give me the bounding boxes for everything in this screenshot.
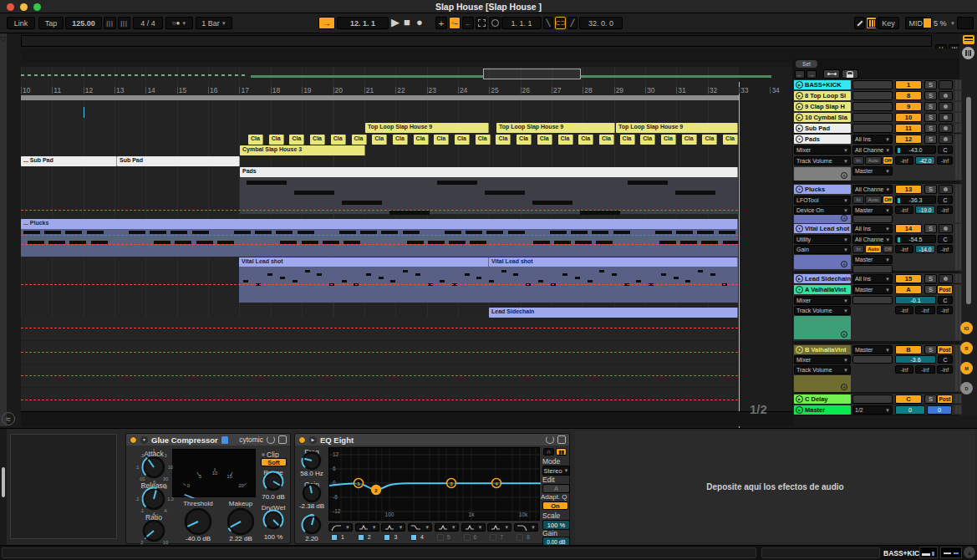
automation-mode-button[interactable]: Auto (865, 245, 882, 253)
send-value-box[interactable]: -14.0 (915, 245, 935, 253)
device-on-icon[interactable] (130, 436, 137, 444)
track-number-box[interactable]: 1 (895, 80, 922, 89)
automation-mode-button[interactable]: Off (883, 245, 893, 253)
send-value-box[interactable]: -inf (937, 365, 953, 374)
routing-select[interactable]: Master▼ (852, 345, 893, 354)
pan-value-box[interactable]: C (938, 235, 953, 243)
mixer-section-toggle-r[interactable]: R (960, 342, 973, 354)
routing-select[interactable]: 1/2▼ (852, 405, 893, 415)
eq-band-enable-checkbox[interactable] (516, 534, 523, 541)
track-number-box[interactable]: 13 (895, 185, 922, 194)
chevron-circle-icon[interactable]: ▼ (796, 286, 803, 293)
send-value-box[interactable]: -inf (895, 245, 913, 253)
mixer-track-name[interactable]: ▼Vital Lead shot (794, 224, 851, 233)
play-circle-icon[interactable]: ▶ (796, 275, 803, 283)
device-param-select[interactable]: Gain▼ (794, 245, 851, 254)
track-number-box[interactable]: C (895, 395, 922, 404)
chevron-circle-icon[interactable]: ▼ (796, 225, 803, 232)
chevron-circle-icon[interactable]: ▼ (796, 346, 803, 354)
post-toggle[interactable]: Post (937, 395, 953, 404)
play-circle-icon[interactable]: ▶ (796, 81, 803, 89)
mixer-track-name[interactable]: ▶Master (794, 405, 851, 415)
send-value-box[interactable]: -inf (937, 306, 953, 314)
routing-select[interactable]: Master▼ (852, 206, 893, 215)
mixer-track-name[interactable]: ▶Sub Pad (794, 124, 851, 133)
empty-routing-box[interactable] (852, 91, 893, 100)
send-value-box[interactable]: -42.0 (915, 156, 935, 165)
play-circle-icon[interactable]: ▶ (796, 395, 803, 403)
volume-value-box[interactable]: -54.5 (895, 235, 936, 243)
volume-value-box[interactable]: -0.1 (895, 296, 936, 304)
audio-effect-drop-zone[interactable]: Deposite aquí los efectos de audio (575, 430, 975, 542)
set-button[interactable]: Set (796, 60, 817, 68)
solo-button[interactable]: S (924, 80, 937, 89)
adaptq-button[interactable]: On (542, 501, 568, 510)
routing-select[interactable]: All Ins▼ (852, 135, 893, 144)
mixer-section-toggle-d[interactable]: D (960, 382, 973, 395)
arm-button[interactable] (939, 113, 953, 122)
track-number-box[interactable]: 8 (895, 91, 922, 100)
makeup-knob[interactable] (225, 506, 257, 537)
track-number-box[interactable]: 9 (895, 102, 922, 111)
send-value-box[interactable]: -inf (915, 306, 935, 314)
mixer-track-name[interactable]: ▶9 Clap Slap H (794, 102, 851, 111)
track-number-box[interactable]: 10 (895, 113, 922, 122)
solo-button[interactable]: S (924, 224, 937, 233)
routing-select[interactable]: All Ins▼ (852, 224, 893, 233)
mixer-track-name[interactable]: ▶10 Cymbal Sla (794, 113, 851, 122)
empty-routing-box[interactable] (852, 395, 893, 404)
solo-button[interactable]: S (924, 124, 937, 133)
solo-button[interactable]: S (924, 91, 937, 100)
pan-value-box[interactable]: C (938, 355, 953, 364)
link-automation-button[interactable] (823, 69, 840, 79)
arm-button[interactable] (939, 135, 953, 144)
send-value-box[interactable]: -inf (915, 365, 935, 374)
routing-select[interactable]: Master▼ (852, 255, 893, 264)
routing-select[interactable]: Master▼ (852, 166, 893, 176)
device-scroll-strip[interactable] (0, 429, 7, 546)
mixer-track-name[interactable]: ▼A ValhallaVint (794, 285, 851, 294)
empty-routing-box[interactable] (852, 102, 893, 111)
solo-button[interactable]: S (924, 274, 937, 283)
analyze-button[interactable]: ▮▮ (556, 448, 567, 456)
solo-button[interactable]: S (924, 102, 937, 111)
automation-mode-button[interactable]: Off (883, 196, 893, 204)
track-number-box[interactable]: 14 (895, 224, 922, 233)
scroll-handle[interactable] (2, 467, 5, 497)
eq-band-filter-select[interactable]: ▼ (328, 523, 353, 532)
midi-io-indicator[interactable] (940, 547, 962, 558)
automation-mode-button[interactable]: Auto (865, 156, 882, 165)
track-number-box[interactable]: A (895, 285, 922, 294)
device-param-select[interactable]: Device On▼ (794, 206, 851, 215)
routing-select[interactable]: All Channe▼ (852, 235, 893, 244)
save-preset-icon[interactable] (557, 435, 566, 444)
mixer-track-name[interactable]: ▶C Delay (794, 395, 851, 404)
arm-button[interactable] (939, 224, 953, 233)
routing-select[interactable]: All Channe▼ (852, 145, 893, 155)
chevron-circle-icon[interactable]: ▼ (796, 135, 803, 143)
eq-band-enable-checkbox[interactable] (331, 534, 338, 541)
pan-value-box[interactable]: C (938, 145, 953, 154)
eq-band-filter-select[interactable]: ▼ (408, 523, 432, 532)
edit-ab-button[interactable]: A (542, 484, 570, 493)
empty-routing-box[interactable] (852, 113, 893, 122)
eq-curve-display[interactable]: 1260-6-121001k10k1234 (328, 447, 540, 521)
pan-value-box[interactable]: C (938, 296, 953, 304)
empty-routing-box[interactable] (852, 124, 893, 133)
hot-swap-icon[interactable] (267, 435, 275, 444)
volume-value-box[interactable]: -43.0 (895, 145, 936, 154)
mixer-track-name[interactable]: ▶8 Top Loop Sl (794, 91, 851, 100)
play-circle-icon[interactable]: ▶ (796, 125, 803, 132)
automation-mode-button[interactable]: Auto (865, 196, 882, 204)
device-param-select[interactable]: Mixer▼ (794, 296, 851, 305)
threshold-knob[interactable] (182, 506, 214, 537)
send-value-box[interactable]: -inf (895, 156, 913, 165)
lock-envelopes-button[interactable] (842, 69, 858, 79)
show-hide-panel-button[interactable]: ▲ (964, 547, 975, 558)
back-arrow-button[interactable]: ← (795, 70, 805, 79)
play-circle-icon[interactable]: ▶ (796, 103, 803, 110)
eq-freq-knob[interactable] (300, 449, 323, 472)
empty-box[interactable] (852, 215, 893, 223)
track-number-box[interactable]: B (895, 345, 922, 354)
arm-button[interactable] (939, 91, 953, 100)
